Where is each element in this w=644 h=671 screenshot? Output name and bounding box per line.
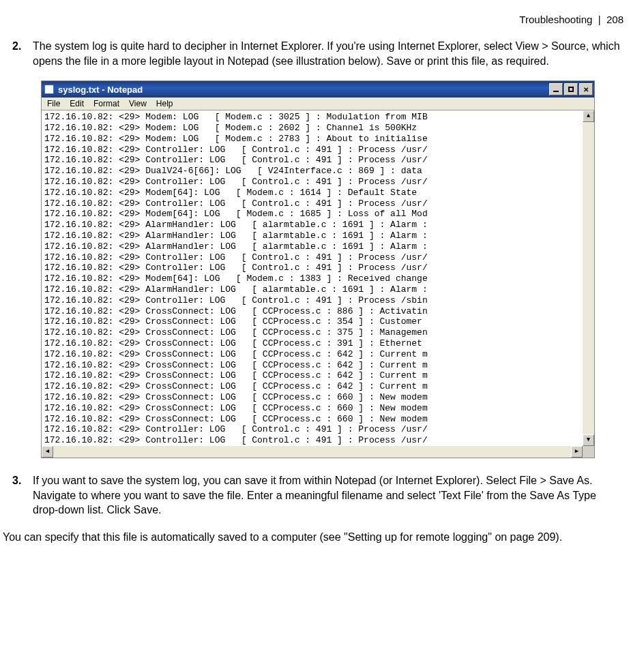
step-number: 2. [12,39,31,68]
menu-edit[interactable]: Edit [70,99,84,108]
menu-format[interactable]: Format [93,99,119,108]
document-icon [44,85,54,94]
close-button[interactable] [579,83,593,95]
scroll-corner [583,446,594,458]
text-area[interactable]: 172.16.10.82: <29> Modem: LOG [ Modem.c … [42,110,594,458]
maximize-button[interactable] [564,83,578,95]
step-text: The system log is quite hard to decipher… [31,39,624,68]
vertical-scrollbar[interactable]: ▲ ▼ [583,110,594,446]
page-number: 208 [606,14,624,25]
section-label: Troubleshooting [519,14,592,25]
step-2: 2. The system log is quite hard to decip… [12,39,624,68]
step-3: 3. If you want to save the system log, y… [12,473,624,518]
menu-help[interactable]: Help [156,99,173,108]
menu-view[interactable]: View [129,99,147,108]
menu-file[interactable]: File [47,99,60,108]
step-number: 3. [12,473,31,518]
horizontal-scrollbar[interactable]: ◀ ▶ [42,446,594,458]
scroll-left-icon[interactable]: ◀ [42,446,53,458]
scroll-right-icon[interactable]: ▶ [571,446,583,458]
scroll-down-icon[interactable]: ▼ [583,434,594,446]
titlebar: syslog.txt - Notepad [42,81,594,98]
footer-paragraph: You can specify that this file is automa… [3,530,630,545]
menubar: File Edit Format View Help [42,98,594,110]
scroll-up-icon[interactable]: ▲ [583,110,594,122]
log-content: 172.16.10.82: <29> Modem: LOG [ Modem.c … [42,110,583,446]
window-title: syslog.txt - Notepad [58,85,549,95]
step-text: If you want to save the system log, you … [31,473,624,518]
minimize-button[interactable] [549,83,563,95]
notepad-window: syslog.txt - Notepad File Edit Format Vi… [41,80,595,458]
page-header: Troubleshooting | 208 [0,14,624,25]
